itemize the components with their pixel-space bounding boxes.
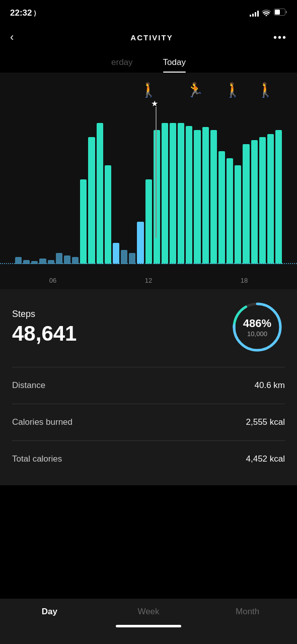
- tab-month[interactable]: Month: [198, 607, 297, 617]
- signal-icon: [250, 10, 259, 17]
- peak-line: [156, 107, 157, 238]
- steps-row: Steps 48,641 486% 10,000: [12, 299, 285, 355]
- chart-bar: [243, 144, 249, 264]
- svg-rect-1: [275, 10, 280, 15]
- bar-chart: [0, 93, 297, 264]
- tab-day[interactable]: Day: [0, 607, 99, 617]
- page-title: ACTIVITY: [130, 33, 173, 42]
- x-label-12: 12: [145, 277, 152, 284]
- total-calories-row: Total calories 4,452 kcal: [12, 443, 285, 475]
- chart-bar: [178, 123, 184, 264]
- chart-bar: [121, 250, 127, 264]
- tab-week[interactable]: Week: [99, 607, 198, 617]
- x-label-06: 06: [49, 277, 56, 284]
- tab-today[interactable]: Today: [163, 57, 186, 73]
- distance-value: 40.6 km: [255, 380, 285, 391]
- divider-2: [12, 404, 285, 404]
- battery-icon: [274, 9, 287, 18]
- chart-bar: [170, 123, 176, 264]
- chart-bar: [137, 222, 143, 264]
- figure-walking-teal-1: 🚶: [224, 82, 242, 98]
- calories-burned-label: Calories burned: [12, 417, 72, 427]
- steps-percentage: 486%: [243, 317, 271, 330]
- chart-bar: [202, 127, 209, 264]
- location-icon: ⟩: [34, 10, 36, 17]
- status-bar: 22:32 ⟩: [0, 0, 297, 24]
- chart-bar: [186, 126, 192, 264]
- chart-bar: [154, 130, 160, 264]
- home-indicator: [116, 625, 181, 627]
- chart-bar: [210, 130, 217, 264]
- chart-bar: [218, 151, 225, 264]
- chart-bar: [227, 158, 233, 264]
- chart-bar: [97, 123, 103, 264]
- chart-bar: [129, 253, 135, 264]
- chart-bar: [56, 253, 62, 264]
- steps-value: 48,641: [12, 321, 77, 346]
- chart-bar: [194, 130, 200, 264]
- chart-bar: [80, 179, 87, 264]
- tab-yesterday[interactable]: erday: [111, 57, 133, 73]
- chart-bar: [145, 179, 152, 264]
- chart-bar: [251, 140, 258, 264]
- bottom-nav: Day Week Month: [0, 599, 297, 644]
- figure-walking-teal-2: 🚶: [257, 82, 274, 98]
- status-icons: [250, 9, 287, 18]
- peak-star: ★: [151, 99, 158, 108]
- chart-bar: [275, 130, 282, 264]
- calories-burned-row: Calories burned 2,555 kcal: [12, 406, 285, 438]
- chart-bar: [267, 134, 274, 264]
- steps-info: Steps 48,641: [12, 309, 77, 346]
- bottom-tabs-container: Day Week Month: [0, 599, 297, 621]
- figure-walking-blue: 🚶: [140, 82, 158, 98]
- activity-chart: 🚶 🏃 🚶 🚶 ★ 06 12 18: [0, 73, 297, 289]
- divider-3: [12, 440, 285, 441]
- more-button[interactable]: •••: [273, 32, 287, 43]
- distance-row: Distance 40.6 km: [12, 369, 285, 402]
- x-label-18: 18: [241, 277, 248, 284]
- total-calories-value: 4,452 kcal: [246, 454, 285, 464]
- app-header: ‹ ACTIVITY •••: [0, 24, 297, 50]
- wifi-icon: [262, 9, 271, 18]
- chart-bar: [113, 243, 119, 264]
- back-button[interactable]: ‹: [10, 31, 30, 44]
- period-tabs: erday Today: [0, 50, 297, 73]
- chart-baseline: [0, 263, 297, 264]
- x-axis-labels: 06 12 18: [0, 277, 297, 284]
- steps-progress-circle: 486% 10,000: [230, 299, 285, 355]
- chart-bar: [88, 137, 95, 264]
- chart-bar: [259, 137, 266, 264]
- chart-bar: [235, 165, 241, 264]
- status-time: 22:32 ⟩: [10, 8, 36, 18]
- distance-label: Distance: [12, 380, 45, 391]
- total-calories-label: Total calories: [12, 454, 62, 464]
- chart-bar: [162, 123, 168, 264]
- figure-running: 🏃: [186, 82, 204, 98]
- circle-text: 486% 10,000: [243, 317, 271, 338]
- chart-bar: [105, 165, 111, 264]
- steps-goal: 10,000: [243, 330, 271, 338]
- divider-1: [12, 367, 285, 367]
- time-display: 22:32: [10, 8, 32, 18]
- stats-section: Steps 48,641 486% 10,000 Distance 40.6 k…: [0, 289, 297, 485]
- calories-burned-value: 2,555 kcal: [246, 417, 285, 427]
- steps-label: Steps: [12, 309, 77, 319]
